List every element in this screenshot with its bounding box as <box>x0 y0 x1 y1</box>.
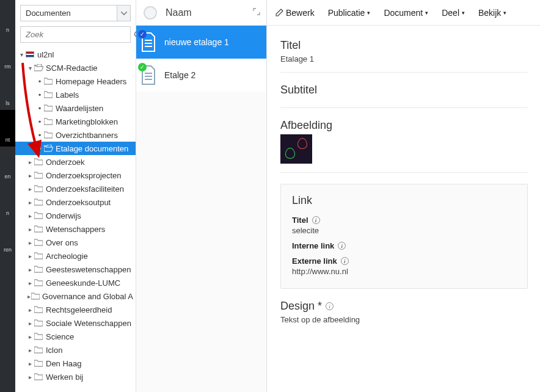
list-header: Naam <box>136 0 266 26</box>
expand-arrow-icon[interactable]: ▸ <box>26 253 34 260</box>
tree-node[interactable]: ▸Sociale Wetenschappen <box>15 316 136 330</box>
tree-node[interactable]: ▾SCM-Redactie <box>15 61 136 74</box>
tree-node-label: Wetenschappers <box>46 225 105 234</box>
tree-node[interactable]: ▸Werken bij <box>15 370 136 383</box>
folder-open-icon <box>34 64 43 71</box>
tree-node-label: Geneeskunde-LUMC <box>46 278 120 288</box>
tree-node-label: Marketingblokken <box>56 117 118 126</box>
tree-node[interactable]: ▸Science <box>15 330 136 343</box>
tree-node[interactable]: •Overzichtbanners <box>15 128 136 142</box>
info-icon[interactable]: i <box>341 257 349 265</box>
document-list-item[interactable]: ✓Etalge 2 <box>136 59 266 92</box>
rail-item[interactable]: rm <box>0 37 15 73</box>
tree-node[interactable]: ▸Onderzoeksfaciliteiten <box>15 182 136 195</box>
status-badge: ✓ <box>138 30 147 38</box>
design-field: Design * i Tekst op de afbeelding <box>280 300 528 324</box>
expand-arrow-icon[interactable]: ▸ <box>26 280 34 286</box>
tree-node[interactable]: ▸Den Haag <box>15 357 136 370</box>
folder-icon <box>34 225 43 233</box>
tree-node-label: Onderzoek <box>46 158 85 167</box>
expand-arrow-icon[interactable]: ▸ <box>26 307 34 313</box>
tree-node-label: Werken bij <box>46 372 83 382</box>
rail-item[interactable]: ls <box>0 73 15 110</box>
folder-icon <box>43 91 53 98</box>
view-menu[interactable]: Bekijk▾ <box>478 8 506 18</box>
expand-arrow-icon[interactable]: ▾ <box>26 65 34 71</box>
folder-icon <box>34 198 43 206</box>
expand-arrow-icon[interactable]: ▸ <box>26 186 34 192</box>
info-icon[interactable]: i <box>312 216 320 224</box>
document-list-item[interactable]: ✓nieuwe etalage 1 <box>136 26 266 59</box>
bullet-icon: • <box>36 144 43 153</box>
expand-arrow-icon[interactable]: ▸ <box>26 347 34 354</box>
tree-node[interactable]: •Homepage Headers <box>15 74 136 88</box>
folder-icon <box>43 131 53 139</box>
publish-menu[interactable]: Publicatie▾ <box>328 8 371 18</box>
tree-node[interactable]: •Waardelijsten <box>15 101 136 115</box>
chevron-down-icon[interactable] <box>117 5 131 21</box>
expand-arrow-icon[interactable]: ▸ <box>26 266 34 273</box>
edit-button[interactable]: Bewerk <box>275 8 315 18</box>
tree-node[interactable]: ▸Onderwijs <box>15 209 136 222</box>
expand-arrow-icon[interactable]: ▸ <box>26 293 31 300</box>
search-field[interactable] <box>20 26 131 43</box>
expand-arrow-icon[interactable]: ▸ <box>26 199 34 206</box>
tree-node-label: Labels <box>56 90 79 100</box>
image-label: Afbeelding <box>280 119 528 132</box>
folder-icon <box>43 104 53 112</box>
document-icon: ✓ <box>140 65 157 85</box>
expand-arrow-icon[interactable]: ▸ <box>26 374 34 380</box>
tree-node-label: Archeologie <box>46 252 88 261</box>
view-label: Bekijk <box>478 8 501 18</box>
info-icon[interactable]: i <box>326 302 334 310</box>
folder-icon <box>34 346 43 354</box>
tree-node[interactable]: ▸Archeologie <box>15 249 136 263</box>
expand-arrow-icon[interactable]: ▸ <box>26 320 34 327</box>
share-menu[interactable]: Deel▾ <box>442 8 465 18</box>
expand-arrow-icon[interactable]: ▸ <box>26 239 34 246</box>
expand-arrow-icon[interactable]: ▸ <box>26 159 34 165</box>
title-field: Titel Etalage 1 <box>280 39 528 73</box>
tree-node[interactable]: ▸Over ons <box>15 236 136 249</box>
tree-node[interactable]: ▸Rechtsgeleerdheid <box>15 303 136 316</box>
rail-item[interactable]: n <box>0 183 15 220</box>
tree-node[interactable]: ▸Wetenschappers <box>15 222 136 236</box>
rail-item[interactable]: en <box>0 147 15 183</box>
external-link-value: http://www.nu.nl <box>292 267 516 276</box>
expand-arrow-icon[interactable]: ▸ <box>26 333 34 340</box>
chevron-down-icon: ▾ <box>425 10 428 16</box>
tree-panel: Documenten ▾ul2nl▾SCM-Redactie•Homepage … <box>15 0 136 392</box>
tree-node[interactable]: ▸Iclon <box>15 343 136 357</box>
expand-arrow-icon[interactable]: ▾ <box>18 51 25 58</box>
rail-item[interactable]: nt <box>0 110 15 147</box>
rail-item[interactable]: n <box>0 0 15 37</box>
select-all-checkbox[interactable] <box>144 6 157 20</box>
expand-arrow-icon[interactable]: ▸ <box>26 172 34 179</box>
title-label: Titel <box>280 39 528 52</box>
tree-node[interactable]: ▸Onderzoek <box>15 155 136 169</box>
tree-node[interactable]: ▸Geesteswetenschappen <box>15 263 136 276</box>
type-select[interactable]: Documenten <box>20 5 131 21</box>
image-thumbnail[interactable] <box>280 134 312 164</box>
expand-arrow-icon[interactable]: ▸ <box>26 360 34 367</box>
folder-icon <box>34 212 43 219</box>
tree-node[interactable]: •Etalage documenten <box>15 142 136 155</box>
tree-node[interactable]: ▸Geneeskunde-LUMC <box>15 276 136 289</box>
tree-node[interactable]: ▸Onderzoeksoutput <box>15 195 136 209</box>
tree-node[interactable]: •Labels <box>15 88 136 101</box>
tree-node-label: Science <box>46 332 74 341</box>
rail-item[interactable]: ren <box>0 220 15 256</box>
document-menu[interactable]: Document▾ <box>384 8 428 18</box>
tree-node[interactable]: •Marketingblokken <box>15 115 136 128</box>
search-input[interactable] <box>21 27 134 42</box>
expand-arrow-icon[interactable]: ▸ <box>26 226 34 233</box>
document-icon: ✓ <box>140 32 157 53</box>
info-icon[interactable]: i <box>338 242 346 250</box>
tree-node[interactable]: ▾ul2nl <box>15 48 136 61</box>
expand-icon[interactable] <box>253 8 260 17</box>
folder-icon <box>34 373 43 380</box>
tree-node[interactable]: ▸Onderzoeksprojecten <box>15 169 136 182</box>
internal-link-label: Interne link i <box>292 241 516 250</box>
expand-arrow-icon[interactable]: ▸ <box>26 212 34 219</box>
tree-node[interactable]: ▸Governance and Global A <box>15 289 136 303</box>
